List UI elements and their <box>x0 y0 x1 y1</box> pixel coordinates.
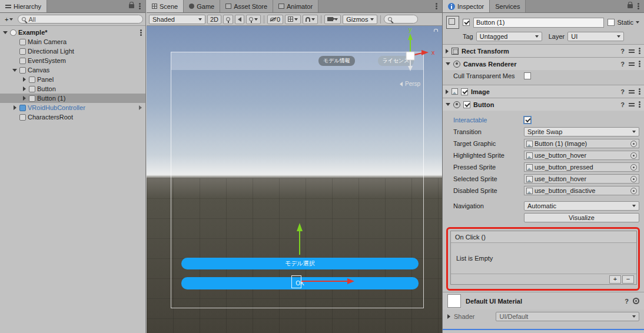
pressed-sprite-field[interactable]: use_button_pressed <box>524 162 639 172</box>
interactable-checkbox[interactable] <box>524 116 531 124</box>
help-icon[interactable]: ? <box>620 101 625 108</box>
gizmos-dropdown[interactable]: Gizmos <box>343 15 377 24</box>
navigation-dropdown[interactable]: Automatic <box>524 201 639 211</box>
kebab-icon[interactable] <box>436 5 437 7</box>
object-picker-icon[interactable] <box>630 152 637 159</box>
hierarchy-item-eventsystem[interactable]: EventSystem <box>0 56 145 65</box>
fold-open-icon[interactable] <box>446 103 450 106</box>
scene-search-input[interactable] <box>384 15 418 24</box>
kebab-icon[interactable] <box>639 50 640 52</box>
hierarchy-item-scene[interactable]: Example* <box>0 28 145 37</box>
tab-services[interactable]: Services <box>490 0 526 12</box>
static-checkbox[interactable] <box>608 19 615 26</box>
model-info-button[interactable]: モデル情報 <box>318 56 355 66</box>
target-graphic-field[interactable]: Button (1) (Image) <box>524 139 639 148</box>
fold-open-icon[interactable] <box>446 62 450 65</box>
fold-open-icon[interactable] <box>12 69 17 72</box>
help-icon[interactable]: ? <box>625 298 629 305</box>
fold-closed-icon[interactable] <box>447 314 450 319</box>
help-icon[interactable]: ? <box>620 88 625 95</box>
tab-inspector[interactable]: Inspector <box>443 0 490 12</box>
selected-sprite-field[interactable]: use_button_hover <box>524 174 639 184</box>
hidden-objects-toggle[interactable]: 0 <box>267 15 283 24</box>
cull-transparent-checkbox[interactable] <box>524 72 531 79</box>
disabled-sprite-field[interactable]: use_button_disactive <box>524 186 639 195</box>
create-button[interactable]: + <box>2 15 15 24</box>
component-rect-transform[interactable]: Rect Transform ? <box>443 44 644 57</box>
scene-camera-dropdown[interactable] <box>324 15 341 24</box>
help-icon[interactable]: ? <box>620 48 625 55</box>
kebab-icon[interactable] <box>639 104 640 105</box>
lock-icon[interactable] <box>129 4 134 8</box>
material-header[interactable]: Default UI Material ? <box>443 292 644 309</box>
component-button[interactable]: Button ? <box>443 98 644 111</box>
fold-closed-icon[interactable] <box>23 77 26 82</box>
button-enabled-checkbox[interactable] <box>463 101 470 108</box>
tag-dropdown[interactable]: Untagged <box>476 32 542 41</box>
presets-icon[interactable] <box>629 62 635 66</box>
hierarchy-item-canvas[interactable]: Canvas <box>0 65 145 75</box>
hierarchy-item-directional-light[interactable]: Directional Light <box>0 46 145 56</box>
kebab-icon[interactable] <box>639 91 640 92</box>
image-enabled-checkbox[interactable] <box>461 88 468 95</box>
axis-x-label: x <box>431 49 435 56</box>
hierarchy-item-button[interactable]: Button <box>0 84 145 94</box>
lock-icon[interactable] <box>628 4 633 8</box>
add-event-button[interactable]: + <box>609 275 621 284</box>
kebab-icon[interactable] <box>140 32 142 34</box>
tab-asset-store[interactable]: Asset Store <box>220 0 273 12</box>
hierarchy-item-panel[interactable]: Panel <box>0 75 145 84</box>
active-checkbox[interactable] <box>463 19 470 26</box>
kebab-icon[interactable] <box>139 5 141 7</box>
visualize-button[interactable]: Visualize <box>524 213 639 222</box>
2d-toggle[interactable]: 2D <box>207 15 221 24</box>
object-picker-icon[interactable] <box>630 176 637 182</box>
fold-closed-icon[interactable] <box>23 96 26 101</box>
component-canvas-renderer[interactable]: Canvas Renderer ? <box>443 57 644 70</box>
remove-event-button[interactable]: − <box>622 275 634 284</box>
kebab-icon[interactable] <box>638 5 639 7</box>
perspective-toggle[interactable]: Persp <box>400 81 420 87</box>
grid-visibility-dropdown[interactable] <box>285 15 301 24</box>
hierarchy-item-button-1-selected[interactable]: Button (1) <box>0 94 145 103</box>
move-tool-gizmo[interactable] <box>288 220 364 297</box>
shading-mode-dropdown[interactable]: Shaded <box>149 15 205 24</box>
shader-dropdown[interactable]: UI/Default <box>496 312 639 321</box>
scene-viewport[interactable]: モデル情報 ライセンス モデル選択 OK y <box>147 26 442 333</box>
kebab-icon[interactable] <box>639 63 640 65</box>
presets-icon[interactable] <box>629 89 635 94</box>
presets-icon[interactable] <box>629 102 635 107</box>
object-picker-icon[interactable] <box>630 188 637 194</box>
gameobject-3d-icon[interactable] <box>446 16 459 29</box>
object-picker-icon[interactable] <box>630 164 637 171</box>
tab-scene[interactable]: Scene <box>147 0 184 12</box>
highlighted-sprite-field[interactable]: use_button_hover <box>524 151 639 160</box>
component-image[interactable]: Image ? <box>443 85 644 98</box>
fold-open-icon[interactable] <box>3 31 8 34</box>
gear-icon[interactable] <box>633 298 639 304</box>
hierarchy-item-charactersroot[interactable]: CharactersRoot <box>0 112 145 122</box>
hierarchy-search-input[interactable]: All <box>18 15 143 24</box>
hierarchy-item-vroidhubcontroller[interactable]: VRoidHubController <box>0 103 145 112</box>
layer-dropdown[interactable]: UI <box>567 32 624 41</box>
name-field[interactable]: Button (1) <box>473 18 604 28</box>
fold-closed-icon[interactable] <box>14 105 16 110</box>
fold-closed-icon[interactable] <box>23 86 26 91</box>
static-dropdown[interactable]: Static <box>608 19 640 26</box>
prefab-open-chevron-icon[interactable] <box>139 105 142 110</box>
help-icon[interactable]: ? <box>620 61 625 68</box>
effects-dropdown[interactable] <box>246 15 261 24</box>
presets-icon[interactable] <box>629 49 635 54</box>
tab-animator[interactable]: Animator <box>273 0 318 12</box>
fold-closed-icon[interactable] <box>446 89 449 94</box>
tab-hierarchy[interactable]: Hierarchy <box>0 0 47 12</box>
snap-settings-dropdown[interactable] <box>303 15 318 24</box>
chevron-down-icon <box>636 21 639 24</box>
audio-toggle[interactable] <box>235 15 244 24</box>
lighting-toggle[interactable] <box>223 15 233 24</box>
transition-dropdown[interactable]: Sprite Swap <box>524 127 639 136</box>
hierarchy-item-main-camera[interactable]: Main Camera <box>0 37 145 46</box>
tab-game[interactable]: Game <box>184 0 220 12</box>
object-picker-icon[interactable] <box>630 141 637 147</box>
fold-closed-icon[interactable] <box>446 49 449 54</box>
